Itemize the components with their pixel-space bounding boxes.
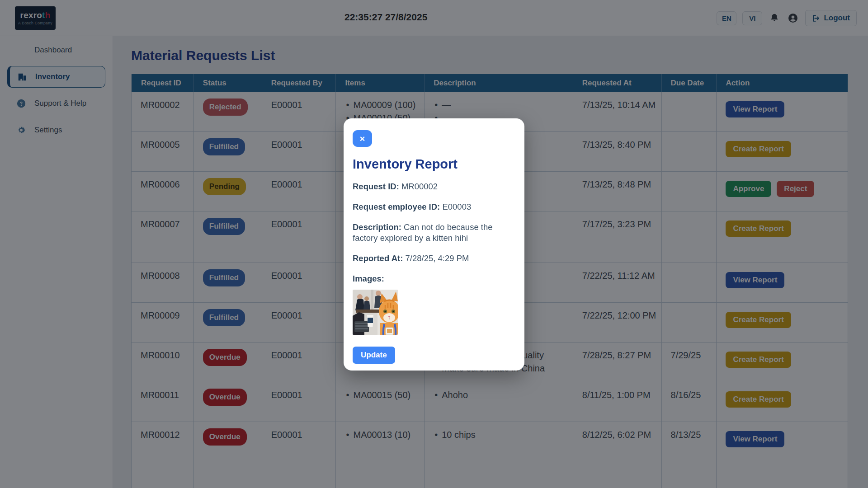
field-label: Images: (353, 274, 384, 283)
cat-in-meeting-illustration (353, 290, 398, 335)
report-image-thumbnail[interactable] (353, 290, 398, 335)
modal-title: Inventory Report (353, 157, 515, 172)
close-icon[interactable]: × (353, 130, 372, 147)
inventory-report-modal: × Inventory Report Request ID: MR00002Re… (344, 118, 524, 371)
modal-field: Images: (353, 273, 515, 284)
field-value: MR00002 (401, 182, 438, 191)
modal-fields: Request ID: MR00002Request employee ID: … (353, 181, 515, 284)
modal-field: Request ID: MR00002 (353, 181, 515, 192)
field-value: E00003 (442, 202, 471, 211)
field-label: Reported At: (353, 253, 403, 263)
field-label: Request employee ID: (353, 202, 440, 211)
update-button[interactable]: Update (353, 347, 395, 364)
modal-field: Request employee ID: E00003 (353, 202, 515, 212)
modal-field: Reported At: 7/28/25, 4:29 PM (353, 253, 515, 264)
field-label: Request ID: (353, 182, 399, 191)
field-value: 7/28/25, 4:29 PM (405, 253, 469, 263)
modal-field: Description: Can not do because the fact… (353, 222, 515, 244)
field-label: Description: (353, 222, 401, 232)
